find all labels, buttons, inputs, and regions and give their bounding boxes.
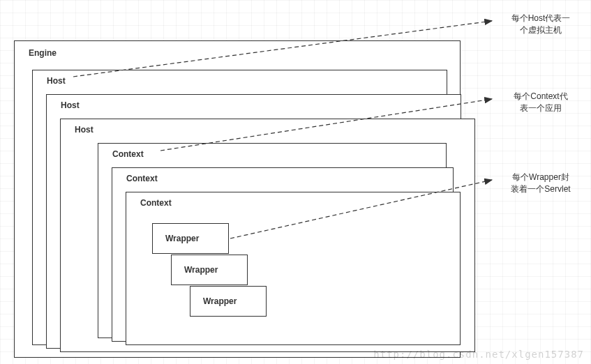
wrapper-box-1: Wrapper [152, 223, 229, 254]
wrapper-label-3: Wrapper [203, 296, 237, 306]
annotation-host-line2: 个虚拟主机 [520, 25, 562, 35]
annotation-context-line2: 表一个应用 [520, 103, 562, 113]
wrapper-box-3: Wrapper [190, 286, 267, 317]
annotation-context-line1: 每个Context代 [514, 91, 567, 101]
annotation-wrapper-line2: 装着一个Servlet [511, 184, 570, 194]
annotation-host-line1: 每个Host代表一 [511, 13, 571, 23]
host-label-1: Host [47, 76, 66, 86]
engine-label: Engine [29, 48, 57, 58]
context-label-2: Context [126, 174, 158, 183]
wrapper-box-2: Wrapper [171, 255, 248, 285]
wrapper-label-2: Wrapper [184, 265, 218, 275]
annotation-host: 每个Host代表一 个虚拟主机 [495, 13, 586, 36]
context-label-3: Context [140, 198, 172, 208]
annotation-context: 每个Context代 表一个应用 [495, 91, 586, 114]
wrapper-label-1: Wrapper [165, 234, 199, 243]
watermark-text: http://blog.csdn.net/xlgen157387 [373, 349, 584, 360]
host-label-2: Host [61, 100, 80, 110]
host-label-3: Host [75, 125, 93, 135]
annotation-wrapper: 每个Wrapper封 装着一个Servlet [495, 172, 586, 195]
context-label-1: Context [112, 149, 144, 159]
annotation-wrapper-line1: 每个Wrapper封 [512, 172, 569, 182]
